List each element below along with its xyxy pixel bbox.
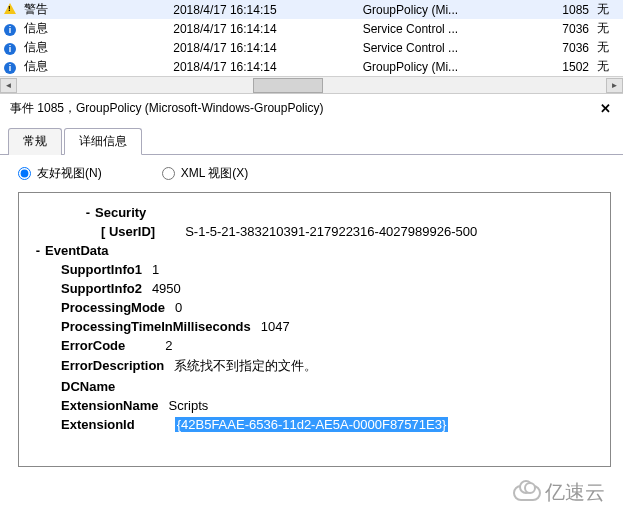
event-level: 信息 bbox=[20, 57, 169, 76]
event-time: 2018/4/17 16:14:15 bbox=[169, 0, 358, 19]
radio-friendly-view[interactable]: 友好视图(N) bbox=[18, 165, 102, 182]
radio-xml-view[interactable]: XML 视图(X) bbox=[162, 165, 249, 182]
detail-tabs: 常规 详细信息 bbox=[0, 121, 623, 155]
dcname-row: DCName bbox=[31, 379, 598, 394]
info-icon: i bbox=[4, 62, 16, 74]
event-level: 信息 bbox=[20, 19, 169, 38]
info-icon: i bbox=[4, 24, 16, 36]
extensionid-value[interactable]: {42B5FAAE-6536-11d2-AE5A-0000F87571E3} bbox=[175, 417, 449, 432]
event-source: GroupPolicy (Mi... bbox=[359, 57, 538, 76]
event-task: 无 bbox=[593, 57, 623, 76]
event-level: 警告 bbox=[20, 0, 169, 19]
processingmode-row: ProcessingMode 0 bbox=[31, 300, 598, 315]
warning-icon bbox=[4, 3, 16, 14]
event-row[interactable]: 警告2018/4/17 16:14:15GroupPolicy (Mi...10… bbox=[0, 0, 623, 19]
supportinfo2-row: SupportInfo2 4950 bbox=[31, 281, 598, 296]
security-label: Security bbox=[95, 205, 146, 220]
userid-key: [ UserID] bbox=[101, 224, 155, 239]
extensionid-row: ExtensionId {42B5FAAE-6536-11d2-AE5A-000… bbox=[31, 417, 598, 432]
radio-xml-input[interactable] bbox=[162, 167, 175, 180]
radio-friendly-input[interactable] bbox=[18, 167, 31, 180]
event-row[interactable]: i信息2018/4/17 16:14:14Service Control ...… bbox=[0, 38, 623, 57]
event-row[interactable]: i信息2018/4/17 16:14:14GroupPolicy (Mi...1… bbox=[0, 57, 623, 76]
event-task: 无 bbox=[593, 19, 623, 38]
detail-title: 事件 1085，GroupPolicy (Microsoft-Windows-G… bbox=[10, 100, 323, 117]
tab-general[interactable]: 常规 bbox=[8, 128, 62, 155]
radio-xml-label: XML 视图(X) bbox=[181, 165, 249, 182]
event-task: 无 bbox=[593, 0, 623, 19]
event-task: 无 bbox=[593, 38, 623, 57]
event-id: 7036 bbox=[538, 19, 593, 38]
detail-pane-header: 事件 1085，GroupPolicy (Microsoft-Windows-G… bbox=[0, 93, 623, 121]
event-id: 7036 bbox=[538, 38, 593, 57]
event-row[interactable]: i信息2018/4/17 16:14:14Service Control ...… bbox=[0, 19, 623, 38]
detail-content-scroll[interactable]: - Security [ UserID] S-1-5-21-383210391-… bbox=[18, 192, 611, 467]
event-id: 1502 bbox=[538, 57, 593, 76]
close-icon[interactable]: ✕ bbox=[597, 101, 613, 117]
event-time: 2018/4/17 16:14:14 bbox=[169, 57, 358, 76]
event-log-grid: 警告2018/4/17 16:14:15GroupPolicy (Mi...10… bbox=[0, 0, 623, 76]
event-source: Service Control ... bbox=[359, 19, 538, 38]
extensionname-row: ExtensionName Scripts bbox=[31, 398, 598, 413]
scroll-right-button[interactable]: ► bbox=[606, 78, 623, 93]
processingtime-row: ProcessingTimeInMilliseconds 1047 bbox=[31, 319, 598, 334]
event-id: 1085 bbox=[538, 0, 593, 19]
userid-value: S-1-5-21-383210391-217922316-4027989926-… bbox=[185, 224, 477, 239]
scroll-left-button[interactable]: ◄ bbox=[0, 78, 17, 93]
info-icon: i bbox=[4, 43, 16, 55]
event-source: GroupPolicy (Mi... bbox=[359, 0, 538, 19]
radio-friendly-label: 友好视图(N) bbox=[37, 165, 102, 182]
security-node: - Security bbox=[31, 205, 598, 220]
supportinfo1-row: SupportInfo1 1 bbox=[31, 262, 598, 277]
event-level: 信息 bbox=[20, 38, 169, 57]
event-source: Service Control ... bbox=[359, 38, 538, 57]
scroll-track[interactable] bbox=[17, 78, 606, 93]
eventdata-label: EventData bbox=[45, 243, 109, 258]
errorcode-row: ErrorCode 2 bbox=[31, 338, 598, 353]
tab-details[interactable]: 详细信息 bbox=[64, 128, 142, 155]
eventdata-node: - EventData bbox=[31, 243, 598, 258]
userid-row: [ UserID] S-1-5-21-383210391-217922316-4… bbox=[31, 224, 598, 239]
horizontal-scrollbar[interactable]: ◄ ► bbox=[0, 76, 623, 93]
scroll-thumb[interactable] bbox=[253, 78, 323, 93]
event-time: 2018/4/17 16:14:14 bbox=[169, 38, 358, 57]
errordescription-row: ErrorDescription 系统找不到指定的文件。 bbox=[31, 357, 598, 375]
event-time: 2018/4/17 16:14:14 bbox=[169, 19, 358, 38]
view-mode-radios: 友好视图(N) XML 视图(X) bbox=[0, 155, 623, 192]
